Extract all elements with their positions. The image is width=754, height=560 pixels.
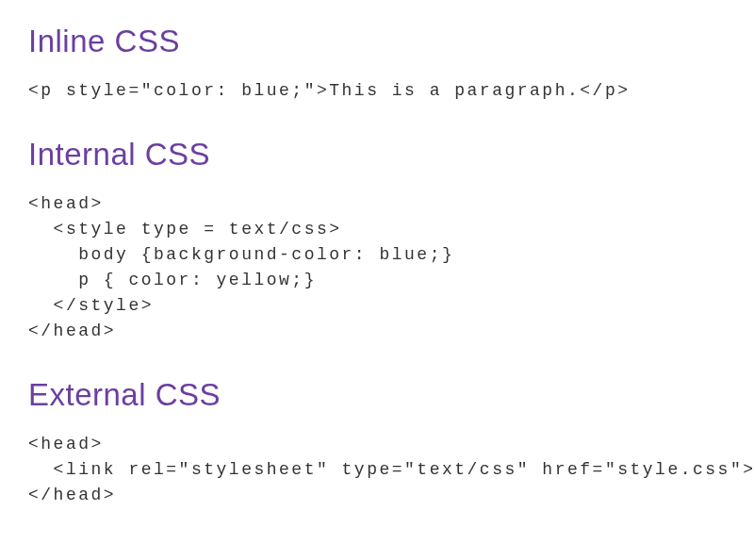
internal-css-section: Internal CSS <head> <style type = text/c… xyxy=(28,137,726,344)
internal-css-heading: Internal CSS xyxy=(28,137,726,173)
inline-css-code: <p style="color: blue;">This is a paragr… xyxy=(28,78,726,104)
inline-css-section: Inline CSS <p style="color: blue;">This … xyxy=(28,24,726,104)
internal-css-code: <head> <style type = text/css> body {bac… xyxy=(28,191,726,344)
external-css-code: <head> <link rel="stylesheet" type="text… xyxy=(28,432,726,508)
external-css-heading: External CSS xyxy=(28,377,726,413)
inline-css-heading: Inline CSS xyxy=(28,24,726,59)
external-css-section: External CSS <head> <link rel="styleshee… xyxy=(28,377,726,508)
